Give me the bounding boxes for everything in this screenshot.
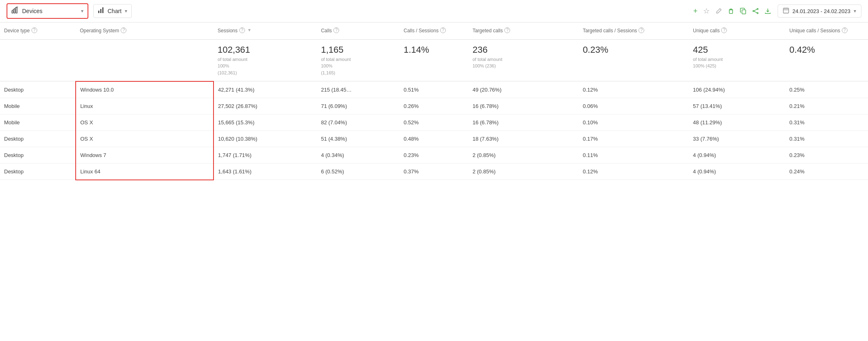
targeted-calls-cell: 49 (20.76%) (468, 81, 578, 98)
calls-sessions-cell: 0.48% (400, 130, 468, 147)
device-type-help-icon[interactable]: ? (31, 27, 37, 33)
targeted-calls-cell: 2 (0.85%) (468, 147, 578, 163)
data-table: Device type ? Operating System ? Session… (0, 22, 868, 180)
svg-point-8 (757, 9, 758, 10)
os-cell: OS X (76, 114, 214, 130)
sessions-cell: 27,502 (26.87%) (214, 98, 317, 114)
targeted-calls-cell: 18 (7.63%) (468, 130, 578, 147)
calls-sessions-cell: 0.51% (400, 81, 468, 98)
unique-sessions-cell: 0.21% (785, 98, 868, 114)
sessions-cell: 1,643 (1.61%) (214, 163, 317, 180)
targeted-calls-cell: 16 (6.78%) (468, 98, 578, 114)
svg-rect-5 (102, 7, 103, 13)
targeted-sessions-cell: 0.12% (579, 81, 689, 98)
unique-sessions-cell: 0.24% (785, 163, 868, 180)
unique-calls-cell: 4 (0.94%) (689, 163, 785, 180)
table-row: DesktopLinux 641,643 (1.61%)6 (0.52%)0.3… (0, 163, 868, 180)
calls-cell: 71 (6.09%) (317, 98, 400, 114)
devices-chart-icon (11, 7, 19, 16)
calls-sessions-cell: 0.23% (400, 147, 468, 163)
calls-sessions-help-icon[interactable]: ? (440, 27, 446, 33)
delete-icon[interactable] (728, 8, 734, 14)
add-icon[interactable]: + (693, 7, 698, 16)
summary-unique-main: 425 (693, 45, 781, 55)
sessions-sort-icon[interactable]: ▼ (247, 27, 252, 33)
os-help-icon[interactable]: ? (121, 27, 126, 33)
unique-sessions-cell: 0.31% (785, 130, 868, 147)
col-header-unique-calls: Unique calls ? (689, 22, 785, 39)
calls-cell: 215 (18.45… (317, 81, 400, 98)
chart-chevron-icon: ▾ (125, 8, 127, 14)
table-row: DesktopWindows 71,747 (1.71%)4 (0.34%)0.… (0, 147, 868, 163)
chart-bar-icon (98, 7, 104, 15)
svg-rect-6 (729, 10, 733, 13)
targeted-sessions-cell: 0.17% (579, 130, 689, 147)
devices-selector[interactable]: Devices ▾ (7, 3, 88, 19)
date-chevron-icon: ▾ (854, 8, 856, 14)
summary-targeted-sub: of total amount 100% (236) (472, 56, 574, 70)
targeted-sessions-cell: 0.12% (579, 163, 689, 180)
targeted-sessions-cell: 0.10% (579, 114, 689, 130)
svg-rect-4 (100, 9, 101, 13)
calls-cell: 82 (7.04%) (317, 114, 400, 130)
summary-targeted-sessions: 0.23% (579, 39, 689, 81)
calls-sessions-cell: 0.52% (400, 114, 468, 130)
summary-sessions: 102,361 of total amount 100% (102,361) (214, 39, 317, 81)
device-type-cell: Desktop (0, 163, 76, 180)
calls-help-icon[interactable]: ? (333, 27, 339, 33)
unique-calls-cell: 48 (11.29%) (689, 114, 785, 130)
device-type-cell: Mobile (0, 114, 76, 130)
summary-sessions-sub: of total amount 100% (102,361) (218, 56, 313, 76)
share-icon[interactable] (752, 8, 759, 14)
unique-calls-cell: 33 (7.76%) (689, 130, 785, 147)
unique-calls-help-icon[interactable]: ? (721, 27, 727, 33)
sessions-cell: 42,271 (41.3%) (214, 81, 317, 98)
col-header-device-type: Device type ? (0, 22, 76, 39)
summary-unique: 425 of total amount 100% (425) (689, 39, 785, 81)
date-range-picker[interactable]: 24.01.2023 - 24.02.2023 ▾ (778, 4, 861, 18)
unique-sessions-cell: 0.31% (785, 114, 868, 130)
col-header-unique-sessions: Unique calls / Sessions ? (785, 22, 868, 39)
svg-rect-13 (783, 8, 789, 13)
targeted-calls-help-icon[interactable]: ? (504, 27, 510, 33)
unique-sessions-cell: 0.23% (785, 147, 868, 163)
targeted-calls-cell: 16 (6.78%) (468, 114, 578, 130)
date-range-text: 24.01.2023 - 24.02.2023 (792, 8, 850, 14)
sessions-cell: 10,620 (10.38%) (214, 130, 317, 147)
download-icon[interactable] (765, 8, 771, 14)
svg-rect-2 (16, 7, 17, 13)
table-row: MobileOS X15,665 (15.3%)82 (7.04%)0.52%1… (0, 114, 868, 130)
calendar-icon (783, 7, 789, 15)
svg-rect-3 (98, 11, 99, 13)
col-header-calls-sessions: Calls / Sessions ? (400, 22, 468, 39)
star-icon[interactable]: ☆ (703, 7, 710, 16)
svg-point-9 (757, 13, 758, 14)
devices-label: Devices (22, 8, 78, 14)
col-header-targeted-calls: Targeted calls ? (468, 22, 578, 39)
unique-calls-cell: 4 (0.94%) (689, 147, 785, 163)
devices-chevron-icon: ▾ (81, 8, 83, 14)
copy-icon[interactable] (740, 8, 747, 14)
sessions-cell: 1,747 (1.71%) (214, 147, 317, 163)
summary-sessions-main: 102,361 (218, 45, 313, 55)
summary-unique-sub: of total amount 100% (425) (693, 56, 781, 70)
device-type-cell: Desktop (0, 147, 76, 163)
targeted-calls-cell: 2 (0.85%) (468, 163, 578, 180)
targeted-sessions-cell: 0.06% (579, 98, 689, 114)
unique-calls-cell: 57 (13.41%) (689, 98, 785, 114)
summary-calls-sessions: 1.14% (400, 39, 468, 81)
chart-selector[interactable]: Chart ▾ (93, 4, 132, 18)
sessions-help-icon[interactable]: ? (239, 27, 245, 33)
summary-targeted: 236 of total amount 100% (236) (468, 39, 578, 81)
svg-line-12 (754, 11, 757, 13)
svg-rect-7 (742, 10, 746, 14)
column-header-row: Device type ? Operating System ? Session… (0, 22, 868, 39)
summary-unique-sessions: 0.42% (785, 39, 868, 81)
svg-rect-1 (14, 9, 15, 13)
unique-sessions-help-icon[interactable]: ? (842, 27, 848, 33)
toolbar: Devices ▾ Chart ▾ + ☆ (0, 0, 868, 22)
targeted-sessions-help-icon[interactable]: ? (639, 27, 644, 33)
summary-calls-sub: of total amount 100% (1,165) (321, 56, 396, 76)
edit-icon[interactable] (715, 8, 722, 14)
svg-rect-0 (12, 11, 13, 13)
